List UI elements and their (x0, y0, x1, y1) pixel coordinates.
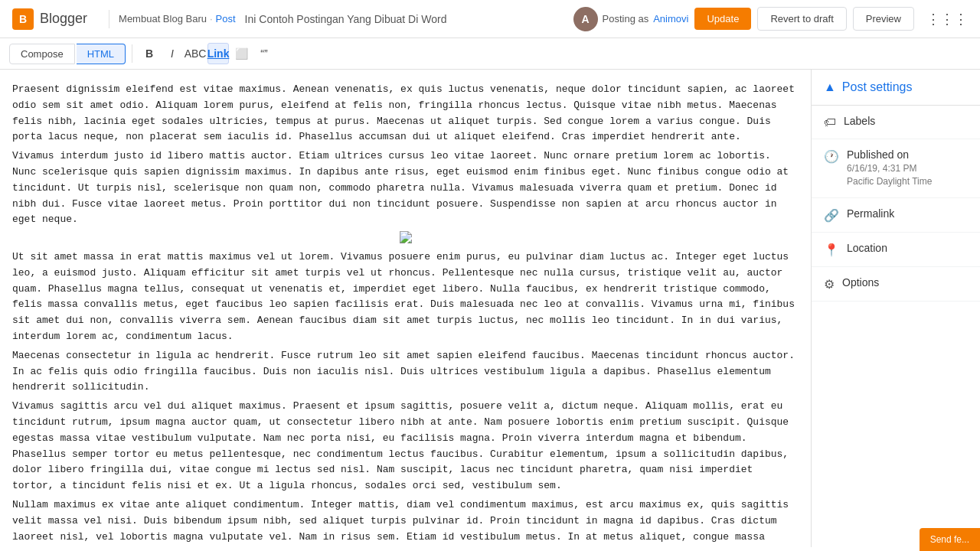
quote-button[interactable]: “” (253, 43, 275, 64)
sidebar: ▲ Post settings 🏷 Labels 🕐 Published on … (812, 70, 980, 547)
blogger-logo: B Blogger (12, 8, 87, 30)
location-label: Location (847, 242, 968, 254)
editor-area[interactable]: Praesent dignissim eleifend est vitae ma… (0, 70, 812, 547)
nav-divider (109, 10, 109, 28)
permalink-content: Permalink (847, 207, 968, 220)
options-label: Options (842, 276, 968, 289)
sidebar-section-options[interactable]: ⚙ Options (812, 267, 980, 302)
post-settings-label: Post settings (842, 80, 913, 94)
tab-html[interactable]: HTML (77, 44, 126, 64)
sidebar-section-published-on[interactable]: 🕐 Published on 6/16/19, 4:31 PMPacific D… (812, 139, 980, 198)
breadcrumb-separator: · (210, 13, 213, 24)
italic-button[interactable]: I (162, 43, 183, 64)
location-icon: 📍 (824, 243, 839, 257)
permalink-icon: 🔗 (824, 208, 839, 223)
options-content: Options (842, 276, 968, 289)
posting-as: A Posting as Animovi (573, 7, 689, 31)
nav-right: A Posting as Animovi Update Revert to dr… (573, 7, 969, 31)
published-on-value: 6/16/19, 4:31 PMPacific Daylight Time (847, 162, 968, 188)
preview-button[interactable]: Preview (853, 7, 914, 31)
labels-label: Labels (844, 115, 968, 127)
collapse-icon[interactable]: ▲ (824, 80, 836, 94)
sidebar-section-location[interactable]: 📍 Location (812, 233, 980, 267)
post-title-input[interactable] (245, 13, 573, 25)
breadcrumb: Membuat Blog Baru · Post (119, 13, 573, 25)
update-button[interactable]: Update (694, 8, 751, 30)
post-settings-header: ▲ Post settings (812, 70, 980, 106)
sidebar-section-labels[interactable]: 🏷 Labels (812, 106, 980, 139)
image-button[interactable]: ⬜ (230, 43, 252, 64)
strikethrough-button[interactable]: ABC (185, 43, 206, 64)
labels-icon: 🏷 (824, 116, 836, 129)
published-on-content: Published on 6/16/19, 4:31 PMPacific Day… (847, 148, 968, 188)
apps-icon[interactable]: ⋮⋮⋮ (926, 11, 968, 28)
location-content: Location (847, 242, 968, 254)
published-on-icon: 🕐 (824, 149, 839, 164)
main-layout: Praesent dignissim eleifend est vitae ma… (0, 70, 980, 547)
breadcrumb-post-link[interactable]: Post (216, 13, 236, 24)
editor-toolbar: Compose HTML B I ABC Link ⬜ “” (0, 38, 980, 70)
app-name: Blogger (40, 11, 87, 27)
revert-to-draft-button[interactable]: Revert to draft (757, 7, 846, 31)
send-feedback-button[interactable]: Send fe... (920, 528, 980, 547)
permalink-label: Permalink (847, 207, 968, 220)
labels-content: Labels (844, 115, 968, 127)
options-icon: ⚙ (824, 277, 835, 292)
toolbar-separator-1 (132, 44, 132, 63)
user-name: Animovi (653, 13, 688, 24)
blogger-logo-icon: B (12, 8, 34, 30)
sidebar-section-permalink[interactable]: 🔗 Permalink (812, 198, 980, 233)
link-button[interactable]: Link (207, 43, 229, 64)
bold-button[interactable]: B (139, 43, 160, 64)
top-nav: B Blogger Membuat Blog Baru · Post A Pos… (0, 0, 980, 38)
posting-as-label: Posting as (603, 13, 649, 24)
published-on-label: Published on (847, 148, 968, 161)
tab-compose[interactable]: Compose (9, 44, 75, 64)
breadcrumb-main: Membuat Blog Baru (119, 13, 207, 24)
avatar: A (573, 7, 598, 31)
